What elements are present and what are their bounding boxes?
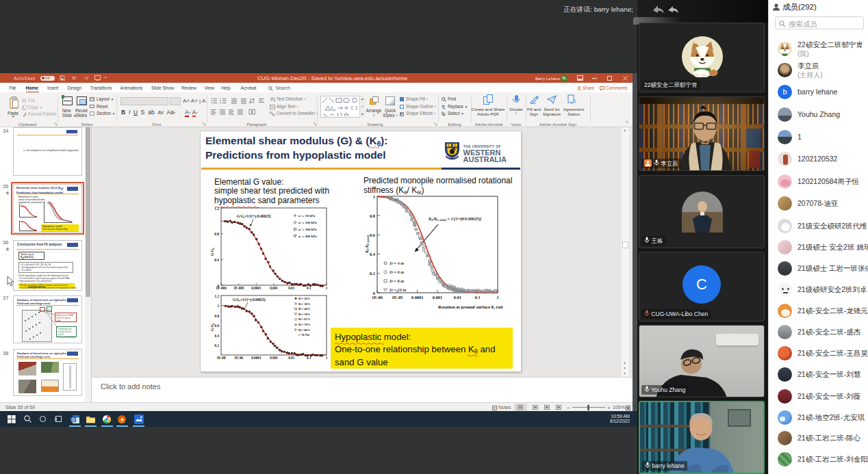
svg-text:1E-06: 1E-06 — [372, 295, 383, 300]
svg-text:G/G₀: G/G₀ — [210, 248, 214, 256]
svg-text:O: O — [72, 417, 75, 422]
svg-text:0.4: 0.4 — [214, 258, 219, 262]
svg-text:G/G₀=1/(1+γ/0.00025): G/G₀=1/(1+γ/0.00025) — [237, 214, 271, 219]
svg-text:0.1: 0.1 — [307, 286, 311, 290]
svg-text:1: 1 — [217, 304, 219, 308]
svg-text:0.4: 0.4 — [215, 334, 220, 338]
svg-text:D = 8 m: D = 8 m — [389, 278, 404, 283]
svg-text:D = 6 m: D = 6 m — [389, 269, 404, 274]
svg-text:0.001: 0.001 — [270, 356, 278, 360]
svg-text:0.1: 0.1 — [475, 295, 481, 300]
svg-text:0.0001: 0.0001 — [411, 295, 424, 300]
svg-text:Dᵣ= 20%: Dᵣ= 20% — [298, 297, 311, 300]
svg-text:Rotation at ground surface θ,: Rotation at ground surface θ, rad — [438, 304, 502, 309]
svg-text:1E-005: 1E-005 — [233, 286, 244, 290]
svg-text:1: 1 — [326, 286, 328, 290]
svg-text:σᵥ'= 200 kPa: σᵥ'= 200 kPa — [298, 228, 317, 231]
svg-text:0.0001: 0.0001 — [251, 356, 261, 360]
svg-text:0.8: 0.8 — [370, 213, 375, 218]
svg-text:σᵥ'= 50 kPa: σᵥ'= 50 kPa — [298, 214, 316, 218]
svg-text:0.6: 0.6 — [370, 233, 376, 237]
svg-text:0.8: 0.8 — [215, 314, 220, 318]
svg-text:3: 3 — [220, 102, 221, 104]
svg-text:0.01: 0.01 — [288, 286, 294, 290]
svg-text:D = 10 m: D = 10 m — [389, 287, 406, 292]
svg-text:0.0001: 0.0001 — [251, 286, 261, 290]
svg-text:1: 1 — [373, 194, 375, 199]
svg-text:D = 4 m: D = 4 m — [389, 261, 404, 265]
svg-text:0.01: 0.01 — [454, 295, 461, 300]
svg-text:1E-06: 1E-06 — [234, 356, 243, 360]
svg-text:0.2: 0.2 — [215, 343, 220, 347]
svg-text:1: 1 — [326, 356, 328, 360]
svg-text:0.2: 0.2 — [370, 271, 375, 276]
svg-text:Dᵣ= 40%: Dᵣ= 40% — [298, 307, 311, 311]
svg-text:0.001: 0.001 — [270, 286, 278, 290]
svg-text:1: 1 — [496, 295, 498, 300]
svg-text:1E-05: 1E-05 — [392, 295, 403, 300]
svg-text:Kθ/Kθ_initial: Kθ/Kθ_initial — [365, 235, 370, 254]
svg-text:G/G₀: G/G₀ — [210, 323, 214, 331]
svg-text:Dᵣ= 70%: Dᵣ= 70% — [298, 323, 311, 326]
svg-text:1.2: 1.2 — [215, 294, 220, 298]
svg-text:Dᵣ= 80%: Dᵣ= 80% — [298, 328, 311, 332]
svg-text:1E-006: 1E-006 — [216, 286, 227, 290]
svg-text:σᵥ'= 100 kPa: σᵥ'= 100 kPa — [298, 221, 317, 224]
svg-text:Dᵣ= 50%: Dᵣ= 50% — [298, 313, 311, 316]
svg-text:Dᵣ= 30%: Dᵣ= 30% — [298, 302, 311, 306]
svg-text:ab: ab — [442, 105, 446, 108]
svg-text:Dᵣ= 65%: Dᵣ= 65% — [298, 317, 311, 321]
svg-text:G/G₀=1/(1+γ/0.00025): G/G₀=1/(1+γ/0.00025) — [233, 298, 266, 302]
svg-text:0.8: 0.8 — [214, 232, 219, 236]
svg-text:0.4: 0.4 — [370, 252, 376, 256]
svg-text:1E-08: 1E-08 — [217, 356, 226, 360]
svg-text:0.01: 0.01 — [288, 356, 294, 360]
svg-text:0.6: 0.6 — [215, 324, 220, 328]
svg-text:e'~0.762: e'~0.762 — [298, 333, 310, 337]
svg-text:1.2: 1.2 — [214, 207, 219, 211]
svg-text:Kθ/Kθ_initial = 1/[1+(θ/0.0002: Kθ/Kθ_initial = 1/[1+(θ/0.00025)] — [428, 216, 481, 222]
svg-text:0.001: 0.001 — [433, 295, 442, 300]
svg-text:σᵥ'= 400 kPa: σᵥ'= 400 kPa — [298, 235, 317, 238]
